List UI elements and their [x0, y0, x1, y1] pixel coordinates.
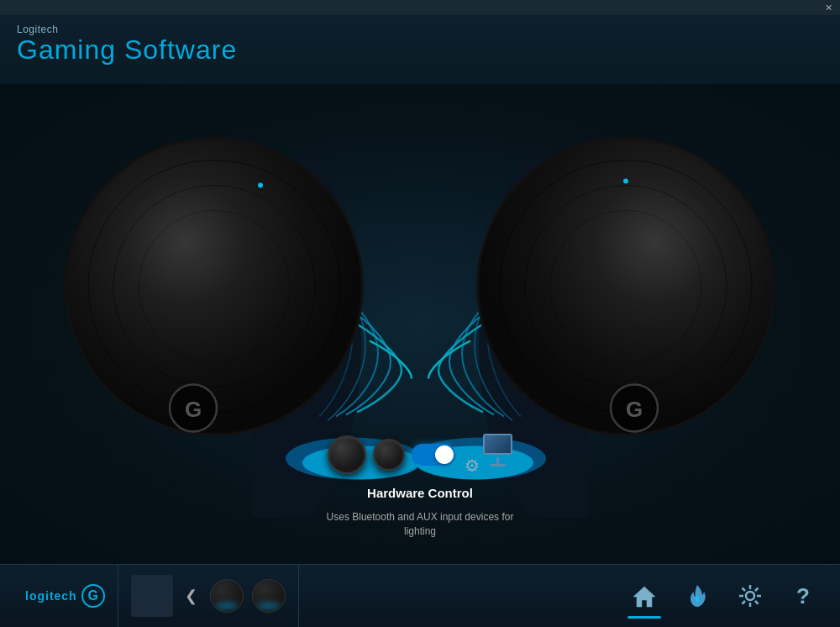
svg-line-38 — [743, 601, 746, 604]
control-description: Uses Bluetooth and AUX input devices for… — [311, 510, 529, 539]
title-bar: ✕ — [0, 0, 840, 15]
svg-line-36 — [755, 601, 759, 604]
flame-icon — [685, 583, 709, 609]
monitor-stand — [496, 457, 499, 464]
svg-point-28 — [623, 179, 628, 184]
footer-logo-g: G — [81, 584, 105, 608]
monitor-base — [491, 464, 506, 466]
knob-2[interactable] — [373, 439, 405, 471]
footer: logitech G ❮ — [0, 564, 840, 627]
main-content: G G — [0, 84, 840, 564]
footer-back-button[interactable]: ❮ — [181, 586, 202, 606]
svg-line-35 — [743, 588, 746, 592]
control-buttons: ⚙ — [328, 434, 512, 476]
svg-point-30 — [746, 592, 754, 600]
effects-nav-button[interactable] — [673, 572, 722, 620]
toggle-switch[interactable] — [412, 444, 455, 466]
control-label: Hardware Control — [367, 486, 473, 500]
footer-speaker-glow-right — [256, 602, 281, 610]
question-icon: ? — [796, 583, 810, 609]
footer-speaker-glow-left — [214, 602, 239, 610]
settings-nav-button[interactable] — [726, 572, 774, 620]
close-button[interactable]: ✕ — [821, 2, 837, 14]
footer-nav: ? — [620, 572, 827, 620]
monitor-icon — [483, 434, 512, 455]
controls-area: ⚙ Hardware Control Uses Bluetooth and AU… — [0, 434, 840, 539]
header: Logitech Gaming Software — [0, 15, 840, 84]
footer-device-grid[interactable] — [131, 575, 173, 617]
svg-text:G: G — [626, 397, 643, 422]
footer-devices: ❮ — [118, 565, 299, 627]
footer-logo-text: logitech — [25, 589, 77, 603]
computer-settings-icon[interactable]: ⚙ — [462, 434, 512, 476]
knob-1[interactable] — [328, 435, 366, 474]
footer-speaker-right[interactable] — [252, 579, 286, 613]
svg-point-13 — [67, 140, 361, 434]
home-nav-button[interactable] — [620, 572, 669, 620]
app-title: Gaming Software — [17, 35, 823, 65]
help-nav-button[interactable]: ? — [779, 572, 827, 620]
svg-marker-29 — [633, 587, 655, 607]
gear-icon: ⚙ — [462, 456, 482, 476]
footer-logo: logitech G — [13, 565, 118, 627]
settings-icon — [738, 583, 763, 609]
svg-point-19 — [258, 183, 263, 188]
brand-name: Logitech — [17, 24, 823, 35]
home-icon — [632, 584, 657, 608]
svg-line-37 — [755, 588, 759, 592]
svg-text:G: G — [185, 397, 202, 422]
footer-speaker-left[interactable] — [210, 579, 244, 613]
